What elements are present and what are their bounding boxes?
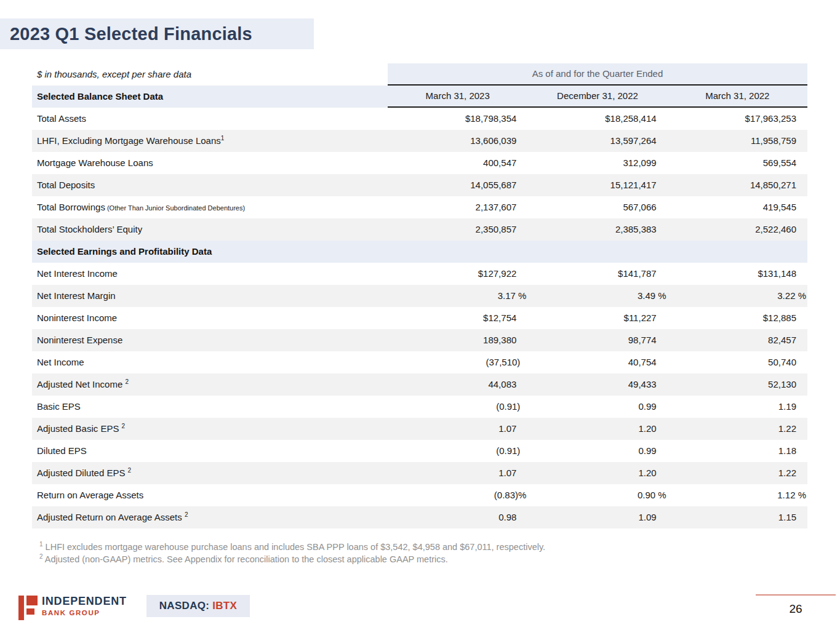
row-label: Adjusted Return on Average Assets 2	[32, 506, 388, 528]
cell-value: 2,137,607	[388, 196, 527, 218]
table-row: Diluted EPS(0.91)0.991.18	[32, 440, 807, 462]
cell-value: 1.20	[527, 462, 667, 484]
row-label: Adjusted Diluted EPS 2	[32, 462, 388, 484]
brand-text: INDEPENDENT BANK GROUP	[42, 595, 127, 616]
cell-value: 3.17 %	[388, 285, 527, 307]
table-row: Mortgage Warehouse Loans400,547312,09956…	[32, 152, 807, 174]
cell-value: 82,457	[668, 329, 807, 351]
cell-value: 0.99	[527, 396, 667, 418]
table-row: Adjusted Basic EPS 21.071.201.22	[32, 418, 807, 440]
date-columns: March 31, 2023 December 31, 2022 March 3…	[388, 86, 807, 108]
row-label: Total Borrowings (Other Than Junior Subo…	[32, 196, 388, 218]
cell-value: 419,545	[668, 196, 807, 218]
table-row: Total Stockholders’ Equity2,350,8572,385…	[32, 218, 807, 241]
row-label: Mortgage Warehouse Loans	[32, 152, 388, 174]
cell-value: 1.07	[388, 462, 527, 484]
cell-value: 1.19	[668, 396, 807, 418]
table-row: Net Interest Income$127,922$141,787$131,…	[32, 263, 807, 285]
row-label: LHFI, Excluding Mortgage Warehouse Loans…	[32, 130, 388, 152]
table-row: Noninterest Income$12,754$11,227$12,885	[32, 307, 807, 329]
section-header-balance-sheet: Selected Balance Sheet Data	[32, 86, 388, 108]
table-rows: Total Assets$18,798,354$18,258,414$17,96…	[32, 108, 807, 528]
cell-value: 1.15	[668, 506, 807, 528]
row-label: Adjusted Basic EPS 2	[32, 418, 388, 440]
row-label: Net Income	[32, 351, 388, 373]
bank-logo-icon	[18, 596, 38, 620]
row-label: Adjusted Net Income 2	[32, 373, 388, 396]
cell-value: 3.22 %	[668, 285, 807, 307]
row-label: Noninterest Income	[32, 307, 388, 329]
cell-value: 2,385,383	[527, 218, 667, 241]
cell-value: 49,433	[527, 373, 667, 396]
cell-value: 2,350,857	[388, 218, 527, 241]
financials-table: $ in thousands, except per share data As…	[32, 63, 807, 528]
ticker-symbol: IBTX	[212, 600, 237, 612]
table-row: Total Borrowings (Other Than Junior Subo…	[32, 196, 807, 218]
cell-value: 1.12 %	[668, 484, 807, 506]
footnote: 2 Adjusted (non-GAAP) metrics. See Appen…	[39, 553, 545, 565]
row-label: Total Deposits	[32, 174, 388, 196]
row-label: Selected Earnings and Profitability Data	[32, 241, 388, 263]
table-row: Adjusted Diluted EPS 21.071.201.22	[32, 462, 807, 484]
table-header-row-columns: Selected Balance Sheet Data March 31, 20…	[32, 86, 807, 108]
cell-value: 1.20	[527, 418, 667, 440]
column-header: December 31, 2022	[527, 86, 667, 106]
cell-value: 3.49 %	[527, 285, 667, 307]
cell-value: 1.22	[668, 462, 807, 484]
cell-value: 569,554	[668, 152, 807, 174]
table-row: Net Interest Margin3.17 %3.49 %3.22 %	[32, 285, 807, 307]
slide: 2023 Q1 Selected Financials $ in thousan…	[0, 0, 840, 630]
cell-value: 189,380	[388, 329, 527, 351]
cell-value: 2,522,460	[668, 218, 807, 241]
cell-value: 0.99	[527, 440, 667, 462]
row-label: Noninterest Expense	[32, 329, 388, 351]
table-row: Return on Average Assets(0.83)%0.90 %1.1…	[32, 484, 807, 506]
brand-name: INDEPENDENT	[42, 595, 127, 608]
table-row: Net Income(37,510)40,75450,740	[32, 351, 807, 373]
cell-value: $12,885	[668, 307, 807, 329]
table-row: Basic EPS(0.91)0.991.19	[32, 396, 807, 418]
cell-value: 14,850,271	[668, 174, 807, 196]
cell-value: $12,754	[388, 307, 527, 329]
cell-value: $18,798,354	[388, 108, 527, 130]
cell-value: $11,227	[527, 307, 667, 329]
company-logo: INDEPENDENT BANK GROUP	[18, 594, 142, 621]
cell-value: $131,148	[668, 263, 807, 285]
cell-value: (0.91)	[388, 440, 527, 462]
footnotes: 1 LHFI excludes mortgage warehouse purch…	[39, 541, 545, 565]
cell-value: 1.07	[388, 418, 527, 440]
table-row: Total Deposits14,055,68715,121,41714,850…	[32, 174, 807, 196]
row-label: Total Assets	[32, 108, 388, 130]
cell-value: 13,597,264	[527, 130, 667, 152]
table-row: Adjusted Return on Average Assets 20.981…	[32, 506, 807, 528]
cell-value: 50,740	[668, 351, 807, 373]
cell-value: 52,130	[668, 373, 807, 396]
cell-value: 1.18	[668, 440, 807, 462]
table-row: LHFI, Excluding Mortgage Warehouse Loans…	[32, 130, 807, 152]
cell-value: 0.98	[388, 506, 527, 528]
cell-value: (0.91)	[388, 396, 527, 418]
column-header: March 31, 2022	[668, 86, 807, 106]
cell-value: 312,099	[527, 152, 667, 174]
row-label: Return on Average Assets	[32, 484, 388, 506]
units-note: $ in thousands, except per share data	[32, 63, 388, 86]
table-header-row-top: $ in thousands, except per share data As…	[32, 63, 807, 86]
title-block: 2023 Q1 Selected Financials	[0, 18, 314, 49]
ticker-label: NASDAQ:	[159, 600, 212, 612]
page-title: 2023 Q1 Selected Financials	[0, 24, 252, 44]
cell-value: (37,510)	[388, 351, 527, 373]
cell-value: 14,055,687	[388, 174, 527, 196]
section-header-row: Selected Earnings and Profitability Data	[32, 241, 807, 263]
cell-value: 1.09	[527, 506, 667, 528]
table-row: Total Assets$18,798,354$18,258,414$17,96…	[32, 108, 807, 130]
row-label: Basic EPS	[32, 396, 388, 418]
brand-subtitle: BANK GROUP	[42, 609, 127, 616]
table-row: Noninterest Expense189,38098,77482,457	[32, 329, 807, 351]
cell-value: 15,121,417	[527, 174, 667, 196]
cell-value: $141,787	[527, 263, 667, 285]
cell-value: 0.90 %	[527, 484, 667, 506]
period-header: As of and for the Quarter Ended	[388, 63, 807, 86]
row-label: Net Interest Margin	[32, 285, 388, 307]
page-number: 26	[756, 602, 836, 616]
row-label: Total Stockholders’ Equity	[32, 218, 388, 241]
